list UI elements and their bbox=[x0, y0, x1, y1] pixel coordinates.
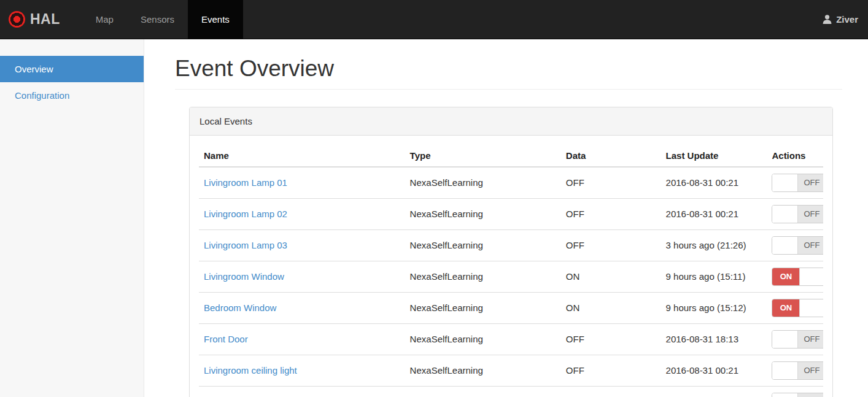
toggle-switch[interactable]: ON bbox=[772, 268, 823, 286]
switch-handle bbox=[799, 268, 823, 285]
hal-logo-target-icon bbox=[9, 11, 25, 28]
sidebar-item-configuration[interactable]: Configuration bbox=[0, 82, 144, 109]
switch-off-label: OFF bbox=[798, 331, 823, 348]
toggle-switch[interactable]: OFF bbox=[772, 330, 823, 349]
toggle-switch[interactable]: OFF bbox=[772, 361, 823, 380]
table-row: Livingroom ceiling light NexaSelfLearnin… bbox=[199, 355, 823, 386]
event-last-update: 2016-08-31 18:13 bbox=[661, 323, 767, 355]
event-data: OFF bbox=[561, 229, 661, 261]
event-name-link[interactable]: Livingroom Window bbox=[204, 271, 284, 282]
event-last-update: 3 hours ago (21:26) bbox=[661, 229, 767, 261]
col-header-type: Type bbox=[405, 145, 561, 167]
event-type: NexaSelfLearning bbox=[405, 167, 561, 199]
toggle-switch[interactable]: OFF bbox=[772, 205, 823, 223]
event-name-link[interactable]: Bedroom Window bbox=[204, 303, 276, 313]
event-type: NexaSelfLearning bbox=[405, 198, 561, 229]
switch-on-label: ON bbox=[772, 268, 799, 285]
switch-off-label: OFF bbox=[798, 362, 823, 379]
user-icon bbox=[822, 14, 832, 25]
col-header-data: Data bbox=[561, 145, 661, 167]
switch-handle bbox=[772, 331, 798, 348]
brand-title: HAL bbox=[30, 11, 60, 28]
brand[interactable]: HAL bbox=[0, 0, 71, 39]
event-last-update: 9 hours ago (15:11) bbox=[661, 261, 767, 292]
event-data: OFF bbox=[561, 386, 661, 397]
event-type: NexaSelfLearning bbox=[405, 261, 561, 292]
switch-off-label: OFF bbox=[798, 393, 823, 397]
switch-off-label: OFF bbox=[798, 206, 823, 223]
toggle-switch[interactable]: OFF bbox=[772, 174, 823, 192]
event-last-update: 2016-08-31 00:21 bbox=[661, 167, 767, 199]
switch-handle bbox=[799, 299, 823, 317]
event-data: OFF bbox=[561, 167, 661, 199]
table-row: Livingroom Lamp 01 NexaSelfLearning OFF … bbox=[199, 167, 823, 199]
switch-handle bbox=[772, 206, 798, 223]
local-events-panel: Local Events Name Type Data Last Update … bbox=[189, 107, 833, 397]
switch-handle bbox=[772, 393, 798, 397]
table-row: Front Door NexaSelfLearning OFF 2016-08-… bbox=[199, 323, 823, 355]
switch-handle bbox=[772, 362, 798, 379]
toggle-switch[interactable]: OFF bbox=[772, 393, 823, 397]
event-type: NexaSelfLearning bbox=[405, 355, 561, 386]
events-table: Name Type Data Last Update Actions Livin… bbox=[199, 145, 823, 397]
event-type: NexaSelfLearning bbox=[405, 386, 561, 397]
nav-item-map[interactable]: Map bbox=[82, 0, 127, 39]
table-row: Livingroom Lamp 03 NexaSelfLearning OFF … bbox=[199, 229, 823, 261]
event-data: OFF bbox=[561, 323, 661, 355]
event-type: NexaSelfLearning bbox=[405, 292, 561, 323]
event-name-link[interactable]: Front Door bbox=[204, 334, 248, 344]
col-header-actions: Actions bbox=[767, 145, 823, 167]
event-type: NexaSelfLearning bbox=[405, 229, 561, 261]
event-data: OFF bbox=[561, 198, 661, 229]
sidebar: OverviewConfiguration bbox=[0, 39, 144, 397]
page-title: Event Overview bbox=[175, 56, 842, 82]
table-header-row: Name Type Data Last Update Actions bbox=[199, 145, 823, 167]
switch-handle bbox=[772, 237, 798, 254]
event-last-update: 2016-08-31 00:21 bbox=[661, 198, 767, 229]
event-last-update: 2016-08-31 00:21 bbox=[661, 355, 767, 386]
event-type: NexaSelfLearning bbox=[405, 323, 561, 355]
switch-off-label: OFF bbox=[798, 174, 823, 191]
col-header-last-update: Last Update bbox=[661, 145, 767, 167]
event-name-link[interactable]: Livingroom ceiling light bbox=[204, 365, 297, 376]
event-data: ON bbox=[561, 261, 661, 292]
table-row: Livingroom Window NexaSelfLearning ON 9 … bbox=[199, 261, 823, 292]
event-name-link[interactable]: Livingroom Lamp 03 bbox=[204, 240, 287, 250]
switch-on-label: ON bbox=[772, 299, 799, 317]
page-header-divider bbox=[175, 89, 842, 90]
col-header-name: Name bbox=[199, 145, 405, 167]
user-name: Ziver bbox=[836, 14, 858, 25]
event-name-link[interactable]: Livingroom Lamp 02 bbox=[204, 209, 287, 219]
main-nav: MapSensorsEvents bbox=[82, 0, 243, 39]
sidebar-item-overview[interactable]: Overview bbox=[0, 56, 144, 82]
table-row: Diningroom ceiling light NexaSelfLearnin… bbox=[199, 386, 823, 397]
nav-item-sensors[interactable]: Sensors bbox=[127, 0, 188, 39]
event-data: ON bbox=[561, 292, 661, 323]
user-menu[interactable]: Ziver bbox=[812, 0, 868, 39]
event-name-link[interactable]: Livingroom Lamp 01 bbox=[204, 177, 287, 188]
top-navbar: HAL MapSensorsEvents Ziver bbox=[0, 0, 868, 39]
nav-item-events[interactable]: Events bbox=[188, 0, 243, 39]
switch-handle bbox=[772, 174, 798, 191]
table-row: Bedroom Window NexaSelfLearning ON 9 hou… bbox=[199, 292, 823, 323]
switch-off-label: OFF bbox=[798, 237, 823, 254]
toggle-switch[interactable]: OFF bbox=[772, 236, 823, 255]
toggle-switch[interactable]: ON bbox=[772, 299, 823, 317]
event-last-update: 9 hours ago (15:12) bbox=[661, 292, 767, 323]
table-row: Livingroom Lamp 02 NexaSelfLearning OFF … bbox=[199, 198, 823, 229]
panel-title: Local Events bbox=[190, 107, 832, 136]
panel-body: Name Type Data Last Update Actions Livin… bbox=[190, 136, 832, 397]
event-last-update: 2016-08-31 00:21 bbox=[661, 386, 767, 397]
event-data: OFF bbox=[561, 355, 661, 386]
main-content: Event Overview Local Events Name Type Da… bbox=[144, 39, 868, 397]
